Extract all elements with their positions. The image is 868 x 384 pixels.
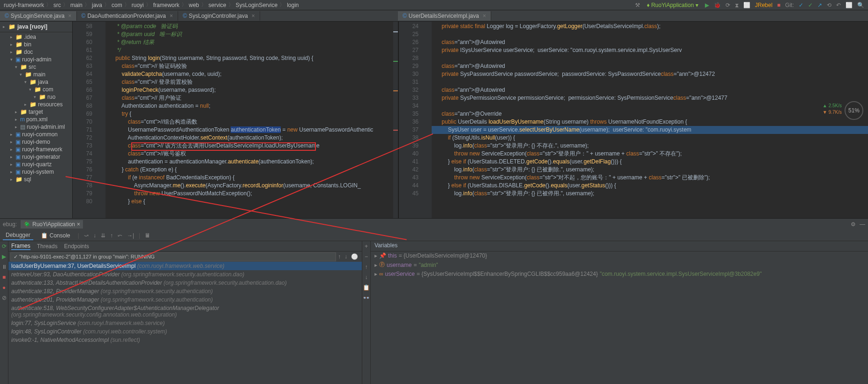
performance-gauge[interactable]: ▲ 2.5K/s ▼ 9.7K/s 51%: [845, 101, 863, 120]
code-left[interactable]: * @param code 验证码 * @param uuid 唯一标识 * @…: [105, 22, 398, 218]
coverage-icon[interactable]: ⟳: [726, 2, 730, 8]
tree-item[interactable]: ▸📁bin: [2, 41, 70, 48]
filter-icon[interactable]: ⚪: [349, 253, 360, 260]
mute-bp-icon[interactable]: ⊘: [2, 295, 7, 301]
glasses-icon[interactable]: 👓: [363, 295, 370, 301]
breadcrumb-item[interactable]: SysLoginService: [236, 2, 277, 8]
stack-frame[interactable]: authenticate:518, WebSecurityConfigurerA…: [8, 304, 362, 319]
breadcrumb-item[interactable]: service: [209, 2, 226, 8]
breadcrumb-item[interactable]: ruoyi-framework: [4, 2, 44, 8]
run-config-selector[interactable]: ♦ RuoYiApplication ▾: [645, 2, 700, 8]
breakpoints-icon[interactable]: ●: [2, 284, 6, 291]
stack-frame[interactable]: loadUserByUsername:37, UserDetailsServic…: [8, 262, 362, 270]
breadcrumb-item[interactable]: java: [92, 2, 102, 8]
console-tab[interactable]: 📋 Console: [38, 231, 73, 240]
tree-item[interactable]: ▾📁com: [2, 86, 70, 93]
editor-tab[interactable]: ©SysLoginController.java×: [178, 11, 260, 21]
stack-frame[interactable]: authenticate:201, ProviderManager (org.s…: [8, 295, 362, 304]
stack-frame[interactable]: retrieveUser:93, DaoAuthenticationProvid…: [8, 270, 362, 279]
project-tree[interactable]: ▸📁.idea▸📁bin▸📁doc▾▣ruoyi-admin▾📁src▾📁mai…: [0, 32, 72, 184]
stack-frame[interactable]: invoke0:-1, NativeMethodAccessorImpl (su…: [8, 336, 362, 344]
breadcrumb-item[interactable]: login: [287, 2, 299, 8]
hammer-icon[interactable]: ⚒: [635, 2, 640, 8]
thread-selector[interactable]: ✓ "http-nio-9101-exec-2"@11,127 in group…: [10, 252, 336, 261]
breadcrumb-item[interactable]: src: [53, 2, 61, 8]
remove-watch-icon[interactable]: −: [365, 253, 368, 260]
profile-icon[interactable]: ⧗: [735, 2, 739, 8]
editor-tab[interactable]: ©SysLoginService.java×: [0, 11, 77, 21]
tree-item[interactable]: ▾📁ruo: [2, 93, 70, 101]
step-out-icon[interactable]: ↑: [110, 232, 113, 239]
force-step-into-icon[interactable]: ⇊: [101, 232, 105, 239]
debug-icon[interactable]: 🐞: [714, 2, 721, 8]
stop-icon[interactable]: ⬜: [743, 2, 750, 8]
frames-list[interactable]: loadUserByUsername:37, UserDetailsServic…: [8, 262, 362, 384]
gutter-left[interactable]: 5859606162636465666768697071727374757677…: [73, 22, 96, 218]
variable-row[interactable]: ▸ ⓟ username = "admin": [371, 260, 868, 270]
breadcrumb-item[interactable]: framework: [153, 2, 180, 8]
stop-icon[interactable]: ■: [2, 274, 6, 281]
close-icon[interactable]: ×: [68, 13, 72, 19]
tree-item[interactable]: ▸📁.idea: [2, 33, 70, 41]
tree-item[interactable]: ▾📁main: [2, 71, 70, 78]
git-revert-icon[interactable]: ↶: [836, 2, 841, 8]
tree-item[interactable]: ▸📁doc: [2, 48, 70, 56]
threads-subtab[interactable]: Threads: [37, 243, 58, 250]
breadcrumb-item[interactable]: ruoyi: [132, 2, 144, 8]
up-icon[interactable]: ↑: [365, 264, 368, 270]
minimize-icon[interactable]: —: [860, 221, 865, 228]
run-icon[interactable]: ▶: [705, 2, 709, 8]
next-frame-icon[interactable]: ↓: [343, 253, 349, 260]
step-over-icon[interactable]: ⤻: [84, 232, 89, 239]
frames-subtab[interactable]: Frames: [11, 243, 30, 250]
rerun-icon[interactable]: ⟳: [2, 243, 7, 250]
git-update-icon[interactable]: ✓: [799, 2, 803, 8]
git-push-icon[interactable]: ↗: [817, 2, 822, 8]
editor-left[interactable]: 5859606162636465666768697071727374757677…: [73, 22, 398, 218]
close-icon[interactable]: ×: [170, 13, 173, 19]
stack-frame[interactable]: authenticate:133, AbstractUserDetailsAut…: [8, 279, 362, 287]
stack-frame[interactable]: login:77, SysLoginService (com.ruoyi.fra…: [8, 319, 362, 327]
git-commit-icon[interactable]: ✓: [808, 2, 813, 8]
editor-tab[interactable]: ©DaoAuthenticationProvider.java×: [77, 11, 178, 21]
close-icon[interactable]: ×: [483, 13, 486, 19]
jrebel-icon[interactable]: JRebel: [755, 2, 772, 8]
breadcrumb[interactable]: ruoyi-framework〉src〉main〉java〉com〉ruoyi〉…: [4, 1, 635, 9]
tree-item[interactable]: ▾📁src: [2, 63, 70, 71]
pause-icon[interactable]: ⏸: [1, 264, 7, 270]
variable-row[interactable]: ▸ ∞ userService = {SysUserServiceImpl$$E…: [371, 270, 868, 278]
evaluate-icon[interactable]: 🖩: [145, 232, 150, 239]
gear-icon[interactable]: ⚙: [851, 221, 856, 228]
stop2-icon[interactable]: ■: [777, 2, 780, 8]
search-everywhere-icon[interactable]: 🔍: [857, 2, 864, 8]
variable-row[interactable]: ▸ 📌 this = {UserDetailsServiceImpl@12470…: [371, 251, 868, 260]
close-icon[interactable]: ×: [252, 13, 255, 19]
debugger-tab[interactable]: Debugger: [3, 231, 33, 240]
editor-tab[interactable]: ©UserDetailsServiceImpl.java×: [398, 11, 491, 21]
markmap-left[interactable]: [393, 22, 398, 218]
tree-item[interactable]: ▸▣ruoyi-generator: [2, 153, 70, 161]
tree-item[interactable]: ▸▣ruoyi-demo: [2, 138, 70, 146]
resume-icon[interactable]: ▶: [2, 253, 6, 260]
breadcrumb-item[interactable]: com: [112, 2, 122, 8]
tree-item[interactable]: ▸▣ruoyi-common: [2, 131, 70, 138]
editor-right[interactable]: 2425262728293031323334353637383940414243…: [398, 22, 868, 218]
tree-item[interactable]: ▸mpom.xml: [2, 116, 70, 123]
endpoints-subtab[interactable]: Endpoints: [64, 243, 89, 250]
git-history-icon[interactable]: ⟲: [827, 2, 831, 8]
drop-frame-icon[interactable]: ⤺: [118, 232, 122, 239]
tree-item[interactable]: ▾📁java: [2, 78, 70, 86]
breadcrumb-item[interactable]: main: [70, 2, 82, 8]
stack-frame[interactable]: login:48, SysLoginController (com.ruoyi.…: [8, 327, 362, 336]
close-icon[interactable]: ×: [77, 221, 80, 228]
tree-item[interactable]: ▸▣ruoyi-system: [2, 168, 70, 176]
breadcrumb-item[interactable]: web: [189, 2, 199, 8]
debug-session-tab[interactable]: 🪲RuoYiApplication×: [21, 220, 83, 229]
tree-item[interactable]: ▸📁sql: [2, 176, 70, 183]
tree-item[interactable]: ▾▣ruoyi-admin: [2, 56, 70, 63]
down-icon[interactable]: ↓: [365, 274, 368, 281]
tree-item[interactable]: ▸📁resources: [2, 101, 70, 108]
search-icon[interactable]: ⬜: [846, 2, 853, 8]
project-header[interactable]: ▸ 📁 java [ruoyi]: [0, 22, 72, 32]
step-into-icon[interactable]: ↓: [93, 232, 96, 239]
